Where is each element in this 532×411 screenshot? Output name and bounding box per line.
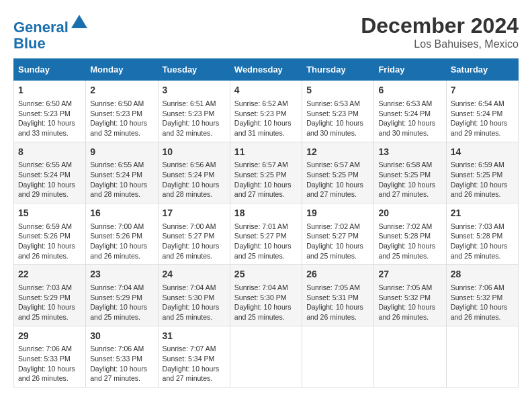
day-content: Sunrise: 7:02 AM Sunset: 5:28 PM Dayligh… [378,222,435,260]
day-number: 12 [306,146,369,159]
logo-icon [70,13,89,32]
day-content: Sunrise: 7:04 AM Sunset: 5:29 PM Dayligh… [90,283,147,321]
day-content: Sunrise: 6:57 AM Sunset: 5:25 PM Dayligh… [234,161,292,198]
main-title: December 2024 [361,13,519,38]
cell-4-3: 24Sunrise: 7:04 AM Sunset: 5:30 PM Dayli… [158,265,230,326]
day-number: 5 [306,84,369,97]
day-content: Sunrise: 6:50 AM Sunset: 5:23 PM Dayligh… [18,99,75,137]
day-number: 20 [378,207,441,220]
cell-4-2: 23Sunrise: 7:04 AM Sunset: 5:29 PM Dayli… [86,265,158,326]
cell-5-7 [446,326,518,387]
cell-5-5 [302,326,374,387]
day-number: 1 [18,84,81,97]
day-number: 8 [18,146,81,159]
day-number: 14 [451,146,514,159]
day-number: 22 [18,268,81,281]
day-number: 21 [451,207,514,220]
cell-3-5: 19Sunrise: 7:02 AM Sunset: 5:27 PM Dayli… [302,203,374,265]
cell-1-6: 6Sunrise: 6:53 AM Sunset: 5:24 PM Daylig… [374,81,446,142]
header-monday: Monday [86,59,158,81]
day-number: 11 [234,146,298,159]
cell-4-1: 22Sunrise: 7:03 AM Sunset: 5:29 PM Dayli… [14,265,86,326]
day-content: Sunrise: 7:03 AM Sunset: 5:28 PM Dayligh… [451,222,508,260]
day-content: Sunrise: 7:06 AM Sunset: 5:33 PM Dayligh… [90,345,147,382]
day-content: Sunrise: 6:59 AM Sunset: 5:25 PM Dayligh… [451,161,508,198]
cell-5-2: 30Sunrise: 7:06 AM Sunset: 5:33 PM Dayli… [86,326,158,387]
day-content: Sunrise: 6:55 AM Sunset: 5:24 PM Dayligh… [90,161,147,198]
cell-2-4: 11Sunrise: 6:57 AM Sunset: 5:25 PM Dayli… [230,142,302,203]
calendar-header: Sunday Monday Tuesday Wednesday Thursday… [14,59,519,81]
cell-2-2: 9Sunrise: 6:55 AM Sunset: 5:24 PM Daylig… [86,142,158,203]
day-number: 10 [163,146,226,159]
week-row-3: 15Sunrise: 6:59 AM Sunset: 5:26 PM Dayli… [14,203,519,265]
cell-3-3: 17Sunrise: 7:00 AM Sunset: 5:27 PM Dayli… [158,203,230,265]
day-number: 27 [378,268,441,281]
week-row-2: 8Sunrise: 6:55 AM Sunset: 5:24 PM Daylig… [14,142,519,203]
cell-1-2: 2Sunrise: 6:50 AM Sunset: 5:23 PM Daylig… [86,81,158,142]
day-content: Sunrise: 7:06 AM Sunset: 5:32 PM Dayligh… [451,283,508,321]
day-number: 6 [378,84,441,97]
day-content: Sunrise: 7:05 AM Sunset: 5:31 PM Dayligh… [306,283,363,321]
day-content: Sunrise: 6:50 AM Sunset: 5:23 PM Dayligh… [90,99,147,137]
cell-5-1: 29Sunrise: 7:06 AM Sunset: 5:33 PM Dayli… [14,326,86,387]
cell-4-7: 28Sunrise: 7:06 AM Sunset: 5:32 PM Dayli… [446,265,518,326]
cell-5-3: 31Sunrise: 7:07 AM Sunset: 5:34 PM Dayli… [158,326,230,387]
day-number: 19 [306,207,369,220]
cell-1-1: 1Sunrise: 6:50 AM Sunset: 5:23 PM Daylig… [14,81,86,142]
cell-2-5: 12Sunrise: 6:57 AM Sunset: 5:25 PM Dayli… [302,142,374,203]
cell-2-6: 13Sunrise: 6:58 AM Sunset: 5:25 PM Dayli… [374,142,446,203]
day-content: Sunrise: 7:00 AM Sunset: 5:27 PM Dayligh… [163,222,220,260]
cell-3-1: 15Sunrise: 6:59 AM Sunset: 5:26 PM Dayli… [14,203,86,265]
header-wednesday: Wednesday [230,59,302,81]
logo-blue: Blue [13,35,46,52]
header-row: Sunday Monday Tuesday Wednesday Thursday… [14,59,519,81]
header-sunday: Sunday [14,59,86,81]
day-number: 18 [234,207,298,220]
day-content: Sunrise: 7:06 AM Sunset: 5:33 PM Dayligh… [18,345,75,382]
day-number: 3 [163,84,226,97]
logo: General Blue [13,13,89,52]
day-number: 25 [234,268,298,281]
day-content: Sunrise: 6:55 AM Sunset: 5:24 PM Dayligh… [18,161,75,198]
cell-3-2: 16Sunrise: 7:00 AM Sunset: 5:26 PM Dayli… [86,203,158,265]
day-number: 30 [90,330,153,343]
day-content: Sunrise: 7:01 AM Sunset: 5:27 PM Dayligh… [234,222,292,260]
week-row-5: 29Sunrise: 7:06 AM Sunset: 5:33 PM Dayli… [14,326,519,387]
cell-5-4 [230,326,302,387]
cell-4-6: 27Sunrise: 7:05 AM Sunset: 5:32 PM Dayli… [374,265,446,326]
day-number: 7 [451,84,514,97]
day-content: Sunrise: 6:51 AM Sunset: 5:23 PM Dayligh… [163,99,220,137]
day-content: Sunrise: 6:57 AM Sunset: 5:25 PM Dayligh… [306,161,363,198]
cell-1-4: 4Sunrise: 6:52 AM Sunset: 5:23 PM Daylig… [230,81,302,142]
week-row-4: 22Sunrise: 7:03 AM Sunset: 5:29 PM Dayli… [14,265,519,326]
cell-3-4: 18Sunrise: 7:01 AM Sunset: 5:27 PM Dayli… [230,203,302,265]
day-content: Sunrise: 6:52 AM Sunset: 5:23 PM Dayligh… [234,99,292,137]
svg-marker-0 [71,15,87,28]
day-number: 29 [18,330,81,343]
cell-1-5: 5Sunrise: 6:53 AM Sunset: 5:23 PM Daylig… [302,81,374,142]
day-number: 26 [306,268,369,281]
day-number: 28 [451,268,514,281]
calendar-table: Sunday Monday Tuesday Wednesday Thursday… [13,58,519,387]
day-content: Sunrise: 6:53 AM Sunset: 5:23 PM Dayligh… [306,99,363,137]
cell-1-3: 3Sunrise: 6:51 AM Sunset: 5:23 PM Daylig… [158,81,230,142]
day-number: 2 [90,84,153,97]
header-friday: Friday [374,59,446,81]
day-content: Sunrise: 7:05 AM Sunset: 5:32 PM Dayligh… [378,283,435,321]
day-number: 16 [90,207,153,220]
cell-2-3: 10Sunrise: 6:56 AM Sunset: 5:24 PM Dayli… [158,142,230,203]
day-number: 24 [163,268,226,281]
header-tuesday: Tuesday [158,59,230,81]
day-content: Sunrise: 6:54 AM Sunset: 5:24 PM Dayligh… [451,99,508,137]
cell-3-7: 21Sunrise: 7:03 AM Sunset: 5:28 PM Dayli… [446,203,518,265]
day-number: 9 [90,146,153,159]
day-content: Sunrise: 7:04 AM Sunset: 5:30 PM Dayligh… [234,283,292,321]
day-content: Sunrise: 6:59 AM Sunset: 5:26 PM Dayligh… [18,222,75,260]
subtitle: Los Bahuises, Mexico [361,38,519,50]
day-content: Sunrise: 7:03 AM Sunset: 5:29 PM Dayligh… [18,283,75,321]
header-saturday: Saturday [446,59,518,81]
cell-1-7: 7Sunrise: 6:54 AM Sunset: 5:24 PM Daylig… [446,81,518,142]
day-content: Sunrise: 7:02 AM Sunset: 5:27 PM Dayligh… [306,222,363,260]
week-row-1: 1Sunrise: 6:50 AM Sunset: 5:23 PM Daylig… [14,81,519,142]
cell-2-7: 14Sunrise: 6:59 AM Sunset: 5:25 PM Dayli… [446,142,518,203]
